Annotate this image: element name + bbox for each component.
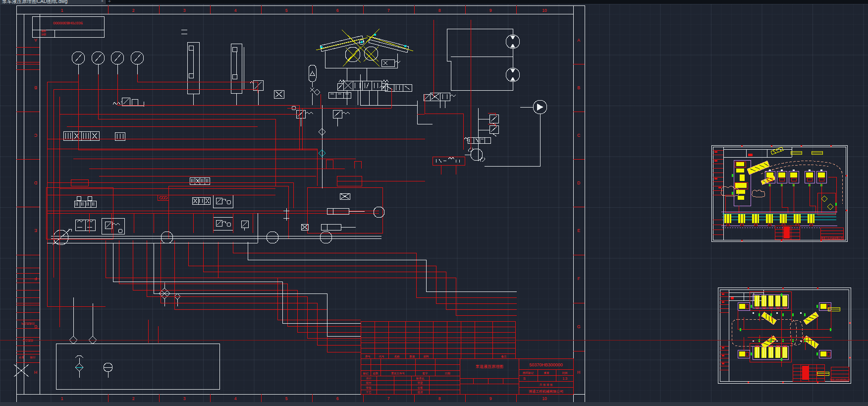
zone-letter: B [577,85,580,90]
corner-drawing-number: 50370HB300000 [53,21,83,25]
zone-letter: E [577,228,580,233]
inset-drawing-bottom-right: 博通工程机械有限公司 [718,288,851,383]
rev-header-cell: 标记 [363,372,369,375]
sign-label: 校对 [366,381,372,384]
sheet-info: 共 张 第 张 [539,383,553,387]
title-block: 标记 处数 更改文件号 签字 日期 设计 校对 审核 工艺 标准化 审定 会签 … [361,358,573,394]
oil-tank [56,344,219,389]
zone-letter: B [34,85,37,90]
parts-header: 材料 [423,355,430,358]
zone-letter: A [34,38,37,43]
parts-header: 名称 [394,355,400,358]
drawing-canvas[interactable]: 1 2 3 4 5 6 7 8 9 10 1 2 3 4 5 6 7 8 [0,4,868,402]
sign-label: 审核 [366,386,372,389]
corner-number-box: 50370HB300000 描图 描校 [32,16,104,37]
mark-label: 比例 [562,371,568,375]
pump-control-blocks [181,30,244,105]
zone-number: 10 [542,8,547,13]
company-name: 博通工程机械有限公司 [529,389,563,394]
sign-label: 会签 [418,386,424,390]
zone-letter: C [577,133,580,138]
mark-label: 重量 [544,371,550,374]
zone-number: 9 [489,396,492,401]
zone-number: 8 [438,396,441,401]
hydraulic-schematic [46,20,547,389]
rev-header-cell: 处数 [373,372,379,375]
sign-label: 审定 [418,381,424,385]
fan-bypass-valve [433,157,465,165]
zone-numbers-top: 1 2 3 4 5 6 7 8 9 10 [61,8,547,13]
sign-label: 设计 [366,377,372,380]
zone-letter: F [577,276,580,281]
boom-cylinder-group [316,29,413,81]
parts-header: 代号 [379,355,385,358]
zone-number: 6 [336,8,339,13]
zone-letters-right: A B C D E F G H [577,38,581,375]
file-tab[interactable]: 泵车液压原理图CAD图纸.dwg × [0,0,106,4]
zone-letter: H [577,370,580,375]
rev-header-cell: 更改文件号 [391,372,405,375]
parts-header: 备注 [501,355,507,358]
tab-close-icon[interactable]: × [101,0,104,3]
zone-letter: D [577,180,580,185]
zone-number: 4 [234,396,237,401]
zone-number: 4 [234,8,237,13]
drawing-number: 50370HB300000 [529,362,563,367]
corner-label: 描图 [41,29,46,33]
zone-number: 8 [438,8,441,13]
cad-application-window: 泵车液压原理图CAD图纸.dwg × + 1 2 3 4 5 6 7 8 9 1… [0,0,868,406]
secondary-valve-group [424,93,498,161]
zone-letter: D [34,180,37,185]
zone-number: 7 [387,396,390,401]
inset-drawing-top-right: 博通工程机械有限公司 [711,145,847,241]
parts-header: 序号 [365,355,371,358]
zone-number: 1 [61,8,63,13]
left-margin-label: 日期 [30,355,36,359]
sign-label: 批准 [418,391,424,394]
zone-letter: G [577,324,581,329]
zone-letter: C [34,133,37,138]
zone-number: 2 [132,8,135,13]
mark-value: S [523,377,526,380]
left-margin-label: 签字 [18,355,24,359]
zone-number: 5 [285,396,288,401]
zone-letter: E [34,228,37,233]
corner-label: 描校 [41,33,46,36]
file-tab-bar: 泵车液压原理图CAD图纸.dwg × + [0,0,868,4]
zone-number: 7 [387,8,390,13]
sign-label: 工艺 [366,391,372,394]
zone-number: 3 [183,396,186,401]
mark-label: 图样标记 [523,371,534,375]
sign-label: 标准化 [416,377,425,380]
zone-number: 3 [183,8,186,13]
drawing-title: 泵送液压原理图 [476,364,503,369]
inset-company-text: 博通工程机械有限公司 [821,236,843,240]
white-piping [47,213,517,336]
accumulator [309,65,320,105]
zone-letter: A [577,38,580,43]
scale-value: 1:3 [562,377,567,380]
file-tab-title: 泵车液压原理图CAD图纸.dwg [2,0,67,4]
zone-letter: H [34,370,37,375]
pressure-gauges [72,52,144,74]
zone-numbers-bottom: 1 2 3 4 5 6 7 8 9 10 [61,396,547,401]
status-bar [0,402,868,406]
relief-valves [250,59,412,126]
zone-number: 6 [336,396,339,401]
zone-number: 5 [285,8,288,13]
filters [69,105,326,344]
zone-number: 2 [132,396,135,401]
zone-number: 1 [61,396,63,401]
left-margin-label: 旧底图总号 [21,322,35,325]
new-tab-icon[interactable]: + [108,0,111,4]
parts-header: 数量 [410,355,416,358]
rev-header-cell: 日期 [445,372,451,375]
rev-header-cell: 签字 [423,372,429,375]
zone-number: 9 [489,8,492,13]
inset-manifold-bottom [750,343,791,362]
inset-manifold-top [750,291,791,310]
zone-number: 10 [542,396,547,401]
hydraulic-motors [360,29,547,166]
center-manifold [46,176,382,239]
